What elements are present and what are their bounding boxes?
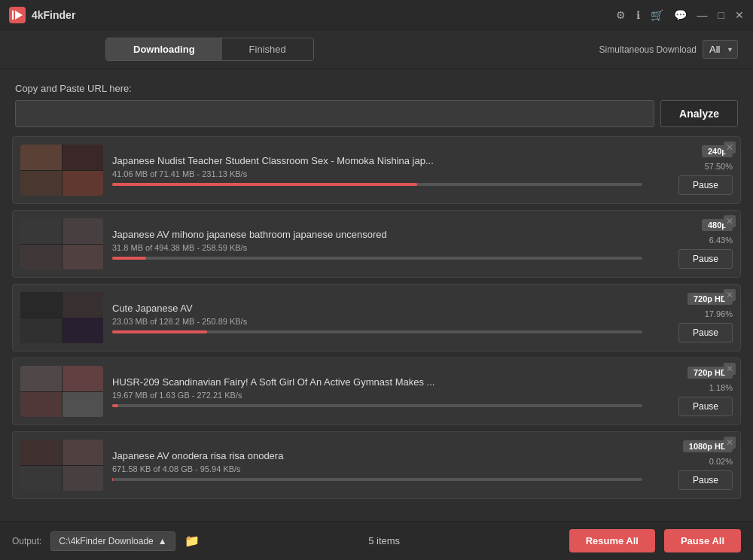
item-right-panel: 240p 57.50% Pause [650,145,733,195]
item-thumbnail [20,366,103,417]
thumb-cell [62,466,104,492]
progress-bar-fill [112,330,207,333]
item-thumbnail [20,145,103,196]
thumb-cell [62,318,104,344]
item-close-button[interactable]: ✕ [724,142,736,154]
info-icon[interactable]: ℹ [636,9,640,21]
progress-bar-background [112,183,642,186]
pause-button[interactable]: Pause [678,249,733,269]
item-title: Japanese Nudist Teacher Student Classroo… [112,155,642,166]
item-meta: 671.58 KB of 4.08 GB - 95.94 KB/s [112,464,642,473]
item-right-panel: 720p HD 17.96% Pause [650,293,733,342]
minimize-icon[interactable]: — [697,9,708,21]
thumb-cell [20,292,62,318]
thumb-cell [20,466,62,492]
tabs-group: Downloading Finished [105,38,314,61]
item-thumbnail [20,440,103,491]
item-right-panel: 480p 6.43% Pause [650,219,733,269]
progress-bar-background [112,404,642,407]
pause-button[interactable]: Pause [678,323,733,342]
pause-button[interactable]: Pause [678,397,733,416]
percent-text: 6.43% [709,236,733,245]
thumb-cell [20,318,62,344]
analyze-button[interactable]: Analyze [660,100,738,127]
url-label: Copy and Paste URL here: [15,83,738,94]
simultaneous-label: Simultaneous Download [599,44,697,55]
thumb-cell [62,440,104,465]
item-close-button[interactable]: ✕ [724,437,736,449]
progress-bar-background [112,257,642,260]
pause-button[interactable]: Pause [678,175,733,195]
tab-downloading[interactable]: Downloading [106,38,222,60]
percent-text: 1.18% [709,383,733,392]
progress-bar-fill [112,404,118,407]
download-item: ✕ HUSR-209 Scandinavian Fairy! A Soft Gi… [12,358,741,425]
item-meta: 23.03 MB of 128.2 MB - 250.89 KB/s [112,317,642,326]
item-close-button[interactable]: ✕ [724,215,736,227]
thumb-cell [62,218,104,244]
items-count: 5 items [209,535,560,546]
item-meta: 41.06 MB of 71.41 MB - 231.13 KB/s [112,169,642,178]
item-thumbnail [20,292,103,343]
item-close-button[interactable]: ✕ [724,363,736,375]
item-title: Cute Japanese AV [112,303,642,314]
app-title: 4kFinder [32,9,616,21]
thumb-cell [62,145,104,170]
progress-bar-fill [112,183,417,186]
progress-bar-fill [112,257,146,260]
url-row: Analyze [15,100,738,127]
download-item: ✕ Cute Japanese AV 23.03 MB of 128.2 MB … [12,284,741,352]
tab-bar: Downloading Finished Simultaneous Downlo… [0,30,753,69]
thumb-cell [62,366,104,391]
output-path-text: C:\4kFinder Downloade [59,536,153,546]
thumb-cell [20,245,62,270]
pause-button[interactable]: Pause [678,470,733,490]
item-right-panel: 720p HD 1.18% Pause [650,367,733,416]
thumb-cell [20,366,62,391]
item-content: Cute Japanese AV 23.03 MB of 128.2 MB - … [112,303,642,333]
bottom-bar: Output: C:\4kFinder Downloade ▲ 📁 5 item… [0,521,753,560]
thumb-cell [62,292,104,318]
download-list: ✕ Japanese Nudist Teacher Student Classr… [0,136,753,531]
download-item: ✕ Japanese Nudist Teacher Student Classr… [12,136,741,204]
item-meta: 31.8 MB of 494.38 MB - 258.59 KB/s [112,243,642,252]
progress-bar-background [112,330,642,333]
thumb-cell [20,218,62,244]
item-title: Japanese AV mihono japanese bathroom jap… [112,229,642,240]
progress-bar-background [112,478,642,481]
item-right-panel: 1080p HD 0.02% Pause [650,440,733,490]
percent-text: 0.02% [709,457,733,466]
dropdown-arrow-icon: ▲ [158,536,167,546]
item-content: HUSR-209 Scandinavian Fairy! A Soft Girl… [112,376,642,407]
item-title: HUSR-209 Scandinavian Fairy! A Soft Girl… [112,376,642,388]
output-path-button[interactable]: C:\4kFinder Downloade ▲ [50,531,175,551]
item-close-button[interactable]: ✕ [724,289,736,301]
chat-icon[interactable]: 💬 [674,9,687,21]
thumb-cell [20,392,62,418]
svg-rect-2 [12,11,14,20]
thumb-cell [62,392,104,418]
cart-icon[interactable]: 🛒 [651,9,663,21]
thumb-cell [20,145,62,170]
percent-text: 17.96% [705,309,733,318]
url-section: Copy and Paste URL here: Analyze [0,69,753,136]
item-content: Japanese AV onodera risa risa onodera 67… [112,450,642,481]
tab-finished[interactable]: Finished [222,38,313,60]
resume-all-button[interactable]: Resume All [569,529,655,552]
thumb-cell [20,440,62,465]
window-controls: ⚙ ℹ 🛒 💬 — □ ✕ [616,9,744,21]
percent-text: 57.50% [705,162,733,171]
thumb-cell [20,171,62,196]
settings-icon[interactable]: ⚙ [616,9,626,21]
item-content: Japanese Nudist Teacher Student Classroo… [112,155,642,186]
close-icon[interactable]: ✕ [735,9,744,21]
maximize-icon[interactable]: □ [718,9,724,21]
download-item: ✕ Japanese AV mihono japanese bathroom j… [12,210,741,278]
item-content: Japanese AV mihono japanese bathroom jap… [112,229,642,260]
simultaneous-select[interactable]: All 1 2 3 [703,40,738,59]
pause-all-button[interactable]: Pause All [664,529,741,552]
item-title: Japanese AV onodera risa risa onodera [112,450,642,461]
folder-icon-button[interactable]: 📁 [184,534,200,548]
url-input[interactable] [15,100,654,127]
item-meta: 19.67 MB of 1.63 GB - 272.21 KB/s [112,391,642,400]
